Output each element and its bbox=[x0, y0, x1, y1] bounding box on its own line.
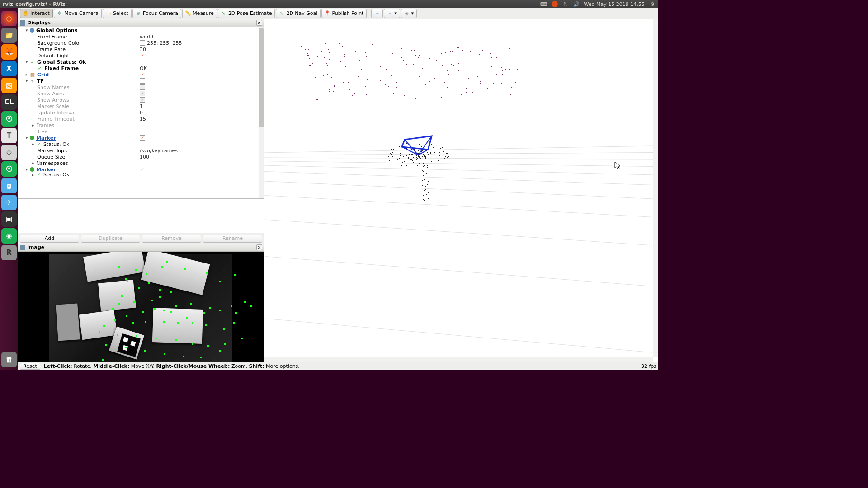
close-icon[interactable]: ✕ bbox=[256, 20, 262, 26]
checkbox[interactable]: ✓ bbox=[140, 135, 145, 141]
map-point bbox=[479, 54, 480, 55]
map-point bbox=[496, 74, 497, 75]
launcher-sublime[interactable]: ▧ bbox=[1, 78, 17, 93]
checkbox[interactable]: ✓ bbox=[140, 72, 145, 77]
launcher-telegram[interactable]: ✈ bbox=[1, 195, 17, 210]
tree-label[interactable]: Marker bbox=[36, 167, 56, 173]
map-point bbox=[428, 188, 429, 188]
scrollbar-horizontal[interactable] bbox=[264, 357, 653, 362]
tree-value[interactable]: ✓ bbox=[138, 71, 259, 78]
map-point bbox=[452, 51, 453, 52]
tool-interact[interactable]: ✋Interact bbox=[20, 9, 53, 18]
network-icon[interactable]: ⇅ bbox=[562, 1, 569, 7]
tool-2d-nav[interactable]: ➘2D Nav Goal bbox=[276, 9, 321, 18]
tool-views[interactable]: ◈▼ bbox=[401, 9, 417, 18]
tool-publish-point[interactable]: 📍Publish Point bbox=[321, 9, 367, 18]
reset-button[interactable]: Reset bbox=[20, 363, 40, 370]
tool-add[interactable]: ＋ bbox=[371, 9, 383, 18]
displays-panel-title[interactable]: Displays ✕ bbox=[18, 19, 264, 27]
feature-point bbox=[184, 268, 186, 270]
launcher-devtool[interactable]: ◇ bbox=[1, 145, 17, 160]
expander-icon[interactable]: ▾ bbox=[24, 79, 29, 83]
tree-value[interactable]: 255; 255; 255 bbox=[138, 40, 259, 46]
fps-counter: 32 fps bbox=[641, 363, 656, 369]
session-icon[interactable] bbox=[552, 1, 558, 7]
map-point bbox=[425, 186, 426, 187]
map-point bbox=[422, 68, 423, 69]
expander-icon[interactable]: ▸ bbox=[31, 173, 35, 177]
map-point bbox=[423, 195, 424, 196]
3d-viewport[interactable] bbox=[264, 19, 658, 362]
map-point bbox=[375, 70, 376, 70]
displays-tree[interactable]: ▾Global Options Fixed Frameworld Backgro… bbox=[18, 27, 264, 198]
launcher-rviz[interactable]: R bbox=[1, 245, 17, 260]
expander-icon[interactable]: ▸ bbox=[24, 72, 29, 77]
launcher-firefox[interactable]: 🦊 bbox=[1, 44, 17, 60]
map-point bbox=[425, 189, 426, 190]
launcher-vscode[interactable]: X bbox=[1, 61, 17, 76]
tree-value[interactable]: world bbox=[138, 33, 259, 40]
tree-value[interactable]: 0 bbox=[138, 109, 259, 116]
launcher-app-green[interactable]: ⦿ bbox=[1, 111, 17, 127]
add-button[interactable]: Add bbox=[20, 235, 79, 243]
feature-point bbox=[219, 310, 221, 311]
launcher-files[interactable]: 📁 bbox=[1, 28, 17, 43]
map-point bbox=[372, 44, 373, 45]
tree-label: Default Light bbox=[37, 53, 69, 59]
launcher-editor[interactable]: ⦿ bbox=[1, 161, 17, 177]
map-point bbox=[342, 46, 343, 47]
checkbox[interactable]: ✓ bbox=[140, 53, 145, 58]
launcher-clion[interactable]: CL bbox=[1, 94, 17, 110]
map-point bbox=[470, 51, 471, 52]
gear-icon[interactable]: ⚙ bbox=[649, 1, 656, 7]
tool-remove[interactable]: －▼ bbox=[384, 9, 400, 18]
checkbox[interactable] bbox=[140, 78, 145, 84]
grid-line bbox=[264, 158, 653, 160]
scrollbar-thumb[interactable] bbox=[259, 28, 264, 127]
expander-icon[interactable]: ▾ bbox=[24, 60, 29, 64]
map-point bbox=[339, 43, 340, 44]
close-icon[interactable]: ✕ bbox=[256, 244, 262, 250]
keyboard-icon[interactable]: ⌨ bbox=[541, 1, 547, 7]
checkbox: ✓ bbox=[140, 97, 145, 103]
expander-icon[interactable]: ▸ bbox=[31, 161, 35, 165]
tool-measure[interactable]: 📏Measure bbox=[182, 9, 217, 18]
launcher-chat[interactable]: g bbox=[1, 178, 17, 193]
tool-2d-pose[interactable]: ➘2D Pose Estimate bbox=[218, 9, 275, 18]
image-panel-title[interactable]: Image ✕ bbox=[18, 244, 264, 252]
expander-icon[interactable]: ▸ bbox=[31, 142, 35, 146]
expander-icon[interactable]: ▾ bbox=[24, 28, 29, 33]
clock[interactable]: Wed May 15 2019 14:55 bbox=[584, 1, 645, 7]
tree-value[interactable]: ✓ bbox=[138, 52, 259, 59]
tool-focus-camera[interactable]: ⊕Focus Camera bbox=[132, 9, 181, 18]
launcher-terminal[interactable]: ▣ bbox=[1, 211, 17, 227]
tree-value[interactable]: 100 bbox=[138, 154, 259, 160]
launcher-gedit[interactable]: T bbox=[1, 128, 17, 143]
tree-value[interactable]: 15 bbox=[138, 116, 259, 122]
tool-move-camera[interactable]: ✥Move Camera bbox=[54, 9, 102, 18]
tree-value[interactable]: /svo/keyframes bbox=[138, 147, 259, 154]
tool-select[interactable]: ▭Select bbox=[103, 9, 132, 18]
grid-line bbox=[264, 152, 653, 155]
map-point bbox=[414, 50, 415, 51]
expander-icon[interactable]: ▾ bbox=[24, 136, 29, 140]
launcher-activity[interactable]: ◉ bbox=[1, 228, 17, 244]
expander-icon[interactable]: ▾ bbox=[24, 167, 29, 172]
scrollbar[interactable] bbox=[259, 27, 264, 198]
select-icon: ▭ bbox=[106, 11, 111, 16]
checkbox[interactable]: ✓ bbox=[140, 167, 145, 172]
launcher-trash[interactable]: 🗑 bbox=[1, 352, 17, 367]
tree-value[interactable] bbox=[138, 78, 259, 84]
image-view[interactable] bbox=[18, 252, 264, 362]
tree-label[interactable]: Marker bbox=[36, 135, 56, 141]
tree-value[interactable]: 30 bbox=[138, 46, 259, 52]
scrollbar-vertical[interactable] bbox=[653, 19, 658, 357]
feature-point bbox=[151, 300, 153, 301]
expander-icon[interactable]: ▸ bbox=[31, 123, 35, 127]
tree-value[interactable]: 1 bbox=[138, 103, 259, 109]
status-ok-icon bbox=[30, 167, 34, 172]
sound-icon[interactable]: 🔊 bbox=[573, 1, 580, 7]
map-point bbox=[427, 165, 428, 166]
launcher-dash[interactable]: ◌ bbox=[1, 11, 17, 26]
tree-label[interactable]: Grid bbox=[37, 72, 49, 78]
